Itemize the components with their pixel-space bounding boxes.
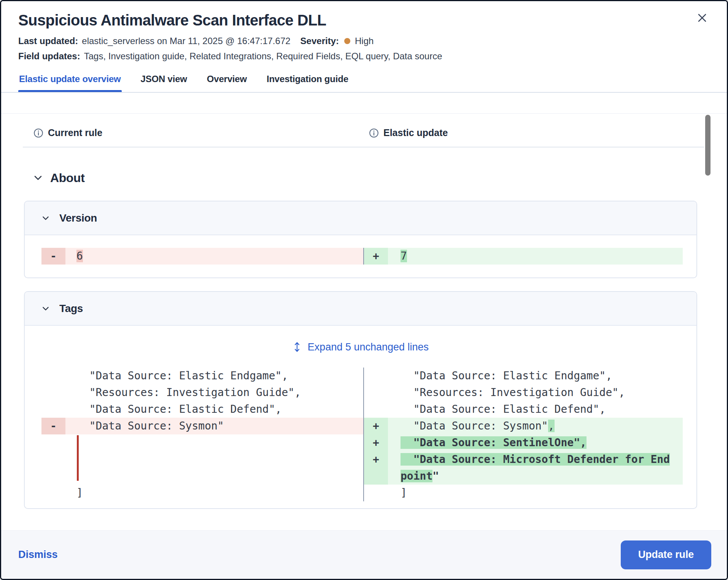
diff-code-text: "Resources: Investigation Guide", <box>388 384 683 401</box>
diff-column-left: "Data Source: Elastic Endgame", "Resourc… <box>41 368 363 501</box>
diff-code-text: "Data Source: Elastic Defend", <box>388 401 683 418</box>
tags-panel-header[interactable]: Tags <box>25 292 696 326</box>
expand-unchanged-label: Expand 5 unchanged lines <box>308 341 429 353</box>
meta-line-field-updates: Field updates: Tags, Investigation guide… <box>18 50 710 62</box>
deleted-lines-bar <box>77 435 79 481</box>
diff-code-text: "Resources: Investigation Guide", <box>65 384 363 401</box>
elastic-update-label: Elastic update <box>383 127 448 138</box>
close-icon <box>697 13 707 23</box>
diff-gutter <box>364 368 388 384</box>
diff-gutter: - <box>41 418 65 434</box>
diff-code-text: 6 <box>65 248 363 265</box>
diff-line-context: "Data Source: Elastic Defend", <box>364 401 683 418</box>
version-diff-table: -6+7 <box>41 248 683 265</box>
diff-gutter <box>41 401 65 418</box>
info-icon[interactable] <box>33 128 43 138</box>
diff-line-del: -6 <box>41 248 363 265</box>
diff-code-text: "Data Source: Sysmon" <box>65 418 363 434</box>
tab-overview[interactable]: Overview <box>206 71 248 92</box>
diff-line-context: ] <box>41 485 363 501</box>
version-panel-title: Version <box>59 212 97 224</box>
diff-line-add: + "Data Source: Sysmon", <box>364 418 683 434</box>
elastic-update-column-header: Elastic update <box>369 127 448 138</box>
diff-line-context: "Resources: Investigation Guide", <box>41 384 363 401</box>
diff-code-text: 7 <box>388 248 683 265</box>
diff-line-context: "Data Source: Elastic Defend", <box>41 401 363 418</box>
chevron-down-icon <box>42 214 49 222</box>
page-title: Suspicious Antimalware Scan Interface DL… <box>18 10 326 30</box>
expand-unchanged-link[interactable]: Expand 5 unchanged lines <box>292 341 429 353</box>
diff-gutter: + <box>364 418 388 434</box>
scroll-area: Current rule Elastic update About <box>1 113 727 530</box>
diff-line-add: + "Data Source: Microsoft Defender for E… <box>364 451 683 485</box>
field-updates-value: Tags, Investigation guide, Related Integ… <box>84 50 442 62</box>
diff-gutter <box>364 384 388 401</box>
tags-panel: Tags Expand 5 unchanged lines "Data Sour… <box>24 291 697 509</box>
diff-gutter <box>41 485 65 501</box>
scrollbar-thumb[interactable] <box>705 115 711 176</box>
diff-column-right: "Data Source: Elastic Endgame", "Resourc… <box>363 368 683 501</box>
tab-elastic-update-overview[interactable]: Elastic update overview <box>18 71 122 92</box>
diff-line-context: "Data Source: Elastic Endgame", <box>364 368 683 384</box>
diff-column-right: +7 <box>363 248 683 265</box>
about-section-toggle[interactable]: About <box>33 168 727 188</box>
expand-row: Expand 5 unchanged lines <box>25 335 696 359</box>
diff-line-add: + "Data Source: SentinelOne", <box>364 434 683 451</box>
diff-column-left: -6 <box>41 248 363 265</box>
diff-code-text: "Data Source: SentinelOne", <box>388 434 683 451</box>
diff-gutter <box>41 384 65 401</box>
last-updated-value: elastic_serverless on Mar 11, 2025 @ 16:… <box>82 35 290 47</box>
tabs: Elastic update overview JSON view Overvi… <box>18 71 710 92</box>
diff-gutter <box>364 485 388 501</box>
meta-line-updated: Last updated: elastic_serverless on Mar … <box>18 35 710 47</box>
diff-gutter <box>41 368 65 384</box>
diff-column-headers: Current rule Elastic update <box>23 127 704 147</box>
expand-vertical-icon <box>292 341 302 353</box>
diff-line-add: +7 <box>364 248 683 265</box>
diff-code-text: ] <box>388 485 683 501</box>
current-rule-label: Current rule <box>48 127 102 138</box>
severity-label: Severity: <box>300 35 339 47</box>
rule-update-flyout: Suspicious Antimalware Scan Interface DL… <box>0 0 728 580</box>
diff-code-text: "Data Source: Sysmon", <box>388 418 683 434</box>
diff-line-context: "Resources: Investigation Guide", <box>364 384 683 401</box>
diff-gutter <box>364 401 388 418</box>
diff-gutter: + <box>364 248 388 265</box>
diff-gutter: - <box>41 248 65 265</box>
about-section-title: About <box>50 171 84 185</box>
diff-code-text: "Data Source: Microsoft Defender for End… <box>388 451 683 485</box>
severity-value: High <box>355 35 374 47</box>
diff-line-context: ] <box>364 485 683 501</box>
tags-diff-table: "Data Source: Elastic Endgame", "Resourc… <box>41 368 683 501</box>
diff-code-text: "Data Source: Elastic Defend", <box>65 401 363 418</box>
header-spacer <box>1 93 727 113</box>
diff-gutter: + <box>364 434 388 451</box>
field-updates-label: Field updates: <box>18 50 80 62</box>
diff-line-placeholder <box>41 434 363 485</box>
close-button[interactable] <box>695 11 709 25</box>
severity-dot <box>344 38 350 44</box>
chevron-down-icon <box>42 305 49 312</box>
flyout-header: Suspicious Antimalware Scan Interface DL… <box>1 1 727 93</box>
info-icon[interactable] <box>369 128 379 138</box>
tab-investigation-guide[interactable]: Investigation guide <box>266 71 349 92</box>
diff-line-del: - "Data Source: Sysmon" <box>41 418 363 434</box>
diff-line-context: "Data Source: Elastic Endgame", <box>41 368 363 384</box>
last-updated-label: Last updated: <box>18 35 78 47</box>
dismiss-button[interactable]: Dismiss <box>18 549 58 561</box>
tab-json-view[interactable]: JSON view <box>140 71 188 92</box>
flyout-footer: Dismiss Update rule <box>1 530 727 579</box>
version-panel: Version -6+7 <box>24 201 697 278</box>
tags-panel-title: Tags <box>59 303 83 315</box>
chevron-down-icon <box>33 173 43 182</box>
update-rule-button[interactable]: Update rule <box>621 540 711 569</box>
diff-code-text: "Data Source: Elastic Endgame", <box>65 368 363 384</box>
current-rule-column-header: Current rule <box>23 127 369 138</box>
diff-gutter: + <box>364 451 388 485</box>
version-panel-header[interactable]: Version <box>25 201 696 235</box>
diff-code-text: ] <box>65 485 363 501</box>
diff-code-text: "Data Source: Elastic Endgame", <box>388 368 683 384</box>
